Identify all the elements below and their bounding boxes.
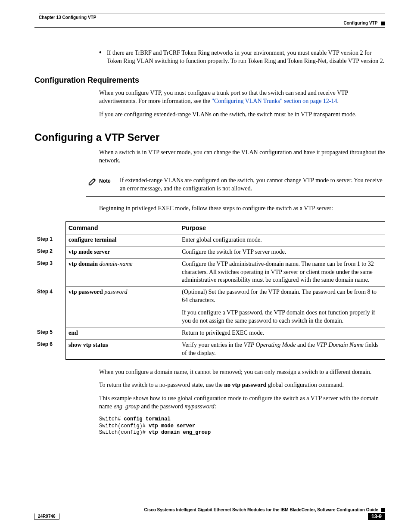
step-label: Step 5 [34, 327, 66, 339]
step-label: Step 1 [34, 234, 66, 246]
note-label: Note [99, 177, 120, 184]
heading-config-vtp-server: Configuring a VTP Server [34, 131, 385, 143]
table-row: Step 2 vtp mode server Configure the swi… [34, 246, 385, 258]
step-label: Step 3 [34, 258, 66, 286]
command-text: vtp password [68, 289, 103, 295]
purpose-text: Enter global configuration mode. [179, 234, 385, 246]
command-arg: domain-name [100, 261, 133, 267]
paragraph: When you configure a domain name, it can… [99, 368, 385, 376]
table-row: Step 5 end Return to privileged EXEC mod… [34, 327, 385, 339]
note-text: If extended-range VLANs are configured o… [120, 177, 385, 193]
command-text: configure terminal [68, 236, 116, 243]
paragraph: When you configure VTP, you must configu… [99, 89, 385, 106]
step-label: Step 4 [34, 286, 66, 327]
command-arg: password [104, 289, 127, 295]
purpose-text: Configure the VTP administrative-domain … [179, 258, 385, 286]
paragraph: To return the switch to a no-password st… [99, 381, 385, 389]
purpose-text: (Optional) Set the password for the VTP … [182, 289, 377, 303]
chapter-header: Chapter 13 Configuring VTP [39, 15, 385, 20]
header-square-icon [381, 22, 385, 25]
command-text: end [68, 330, 78, 336]
pencil-icon [86, 177, 99, 188]
command-text: show vtp status [68, 342, 108, 348]
link-config-vlan-trunks[interactable]: "Configuring VLAN Trunks" section on pag… [212, 98, 337, 104]
paragraph: This example shows how to use global con… [99, 395, 385, 411]
bullet-text: If there are TrBRF and TrCRF Token Ring … [107, 49, 385, 65]
table-header-command: Command [66, 221, 179, 234]
table-row: Step 6 show vtp status Verify your entri… [34, 339, 385, 359]
bullet-dot-icon: • [99, 49, 107, 65]
note-block: Note If extended-range VLANs are configu… [86, 173, 385, 197]
footer-square-icon [381, 508, 385, 512]
purpose-text: If you configure a VTP password, the VTP… [182, 309, 382, 325]
paragraph: Beginning in privileged EXEC mode, follo… [99, 205, 385, 213]
code-block: Switch# config terminal Switch(config)# … [99, 416, 385, 436]
footer-page-number: 13-9 [368, 513, 385, 520]
steps-table: Command Purpose Step 1 configure termina… [34, 221, 385, 360]
table-row: Step 3 vtp domain domain-name Configure … [34, 258, 385, 286]
heading-config-requirements: Configuration Requirements [34, 76, 385, 85]
footer-title: Cisco Systems Intelligent Gigabit Ethern… [34, 507, 381, 512]
footer-doc-number: 24R9746 [34, 513, 59, 520]
table-row: Step 4 vtp password password (Optional) … [34, 286, 385, 327]
purpose-text: Return to privileged EXEC mode. [179, 327, 385, 339]
step-label: Step 6 [34, 339, 66, 359]
command-text: vtp domain [68, 261, 98, 267]
paragraph: When a switch is in VTP server mode, you… [99, 149, 385, 165]
purpose-text: Verify your entries in the VTP Operating… [179, 339, 385, 359]
bullet-item: • If there are TrBRF and TrCRF Token Rin… [99, 49, 385, 65]
text: . [337, 98, 339, 104]
table-row: Step 1 configure terminal Enter global c… [34, 234, 385, 246]
table-header-purpose: Purpose [179, 221, 385, 234]
paragraph: If you are configuring extended-range VL… [99, 111, 385, 119]
step-label: Step 2 [34, 246, 66, 258]
section-header-right: Configuring VTP [344, 21, 378, 25]
purpose-text: Configure the switch for VTP server mode… [179, 246, 385, 258]
command-text: vtp mode server [68, 249, 110, 255]
page-footer: Cisco Systems Intelligent Gigabit Ethern… [34, 506, 385, 520]
